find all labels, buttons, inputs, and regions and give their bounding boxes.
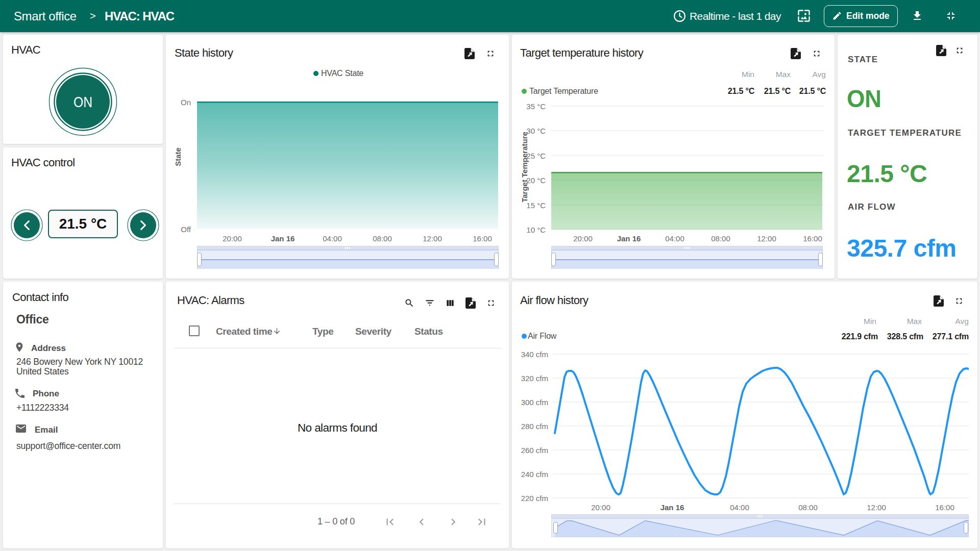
svg-text:ON: ON [74, 94, 92, 110]
